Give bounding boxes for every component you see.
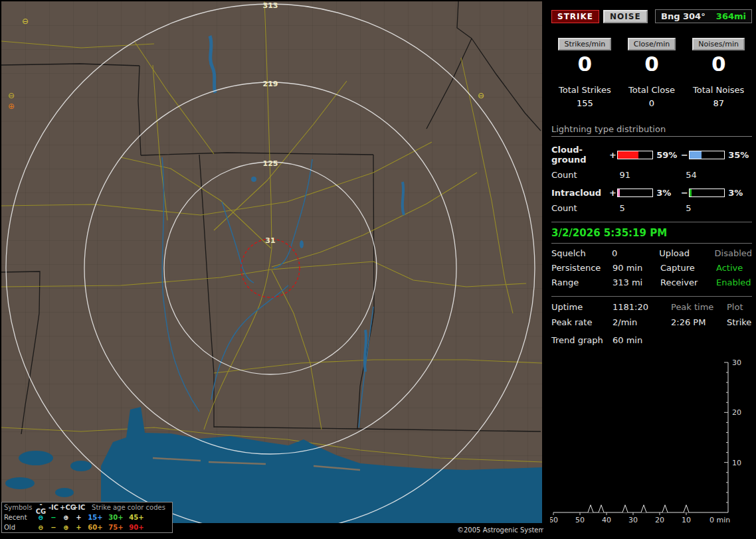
- status-panel: STRIKE NOISE Bng 304° 364mi Strikes/min …: [543, 0, 756, 539]
- map-legend: Symbols -CG -IC +CG +IC Strike age color…: [1, 502, 173, 533]
- svg-text:10: 10: [732, 459, 741, 467]
- peak-rate-label: Peak rate: [551, 317, 613, 327]
- ic-negative-bar: [689, 189, 725, 197]
- count-label: Count: [551, 203, 620, 213]
- trend-dynamic-elements: 6050403020100 min102030: [550, 358, 741, 524]
- separator: [551, 296, 752, 297]
- distribution-title: Lightning type distribution: [551, 124, 752, 137]
- cloud-ground-count-row: Count 91 54: [551, 170, 752, 180]
- intracloud-row: Intracloud + 3% − 3%: [551, 188, 752, 198]
- capture-label: Capture: [660, 263, 716, 273]
- old-pos-ic-icon: +: [72, 524, 85, 531]
- noises-per-min-column: Noises/min 0 Total Noises 87: [685, 38, 752, 108]
- legend-header-row: Symbols -CG -IC +CG +IC Strike age color…: [2, 502, 172, 512]
- ic-negative-bar-fill: [690, 189, 692, 196]
- strike-symbol-icon: ⊖: [22, 17, 29, 26]
- persistence-row: Persistence 90 min Capture Active: [551, 263, 752, 273]
- stats-grid: Uptime 1181:20 Peak time Plot Peak rate …: [551, 302, 752, 345]
- noises-per-min-value: 0: [685, 52, 752, 76]
- squelch-row: Squelch 0 Upload Disabled: [551, 248, 752, 258]
- ic-positive-bar: [617, 189, 653, 197]
- age-45: 45+: [126, 514, 147, 521]
- age-30: 30+: [106, 514, 126, 521]
- recent-neg-ic-icon: −: [47, 514, 60, 521]
- range-row: Range 313 mi Receiver Enabled: [551, 277, 752, 287]
- total-close-label: Total Close: [618, 85, 686, 95]
- svg-text:20: 20: [732, 408, 741, 417]
- svg-text:50: 50: [575, 516, 585, 524]
- trend-graph-row: Trend graph 60 min: [551, 335, 752, 345]
- uptime-row: Uptime 1181:20 Peak time Plot: [551, 302, 752, 312]
- count-label: Count: [551, 170, 620, 180]
- peak-time-value: 2:26 PM: [671, 317, 727, 327]
- total-close-value: 0: [618, 98, 686, 108]
- ring-label-219: 219: [263, 80, 278, 88]
- plot-value: Strike: [727, 317, 752, 327]
- bearing-label: Bng 304°: [661, 11, 706, 21]
- recent-pos-ic-icon: +: [72, 514, 85, 521]
- plot-header: Plot: [727, 302, 752, 312]
- receiver-label: Receiver: [660, 277, 716, 287]
- cg-positive-pct: 59%: [653, 150, 680, 160]
- bearing-value: 364mi: [716, 11, 746, 21]
- range-label: Range: [551, 277, 613, 287]
- svg-text:30: 30: [732, 358, 741, 367]
- svg-text:0 min: 0 min: [709, 516, 730, 524]
- trend-graph-value: 60 min: [613, 335, 671, 345]
- strikes-per-min-button[interactable]: Strikes/min: [558, 38, 611, 50]
- cloud-ground-label: Cloud-ground: [551, 145, 609, 165]
- lightning-map[interactable]: 313 219 125 31 ⊖ ⊖ ⊕ ⊖ Symbols -CG -IC +…: [0, 0, 543, 539]
- squelch-label: Squelch: [551, 248, 612, 258]
- recent-pos-cg-icon: ⊕: [60, 514, 72, 521]
- close-per-min-button[interactable]: Close/min: [628, 38, 676, 50]
- cg-positive-count: 91: [620, 170, 686, 180]
- old-neg-ic-icon: −: [47, 524, 60, 531]
- bearing-display: Bng 304° 364mi: [655, 9, 752, 23]
- cg-positive-bar-fill: [618, 151, 638, 159]
- separator: [551, 243, 752, 244]
- legend-age-header: Strike age color codes: [85, 504, 172, 511]
- datetime-display: 3/2/2026 5:35:19 PM: [551, 222, 752, 243]
- capture-status: Active: [716, 263, 752, 273]
- cg-negative-bar-fill: [690, 151, 702, 159]
- copyright-text: ©2005 Astrogenic Systems: [457, 526, 548, 534]
- cloud-ground-row: Cloud-ground + 59% − 35%: [551, 145, 752, 165]
- svg-text:60: 60: [550, 516, 558, 524]
- ring-label-313: 313: [263, 1, 278, 10]
- trend-chart-canvas: 6050403020100 min102030: [550, 356, 751, 526]
- cg-negative-count: 54: [686, 170, 752, 180]
- strike-button[interactable]: STRIKE: [551, 10, 599, 23]
- persistence-value: 90 min: [613, 263, 660, 273]
- rate-counters: Strikes/min 0 Total Strikes 155 Close/mi…: [551, 38, 752, 108]
- cg-positive-bar: [617, 151, 653, 159]
- ic-positive-count: 5: [620, 203, 686, 213]
- peak-rate-value: 2/min: [613, 317, 671, 327]
- age-60: 60+: [85, 524, 106, 531]
- minus-sign: −: [680, 188, 689, 198]
- recent-neg-cg-icon: ⊖: [35, 514, 47, 521]
- legend-recent-row: Recent ⊖ − ⊕ + 15+ 30+ 45+: [2, 512, 172, 522]
- legend-recent-label: Recent: [2, 514, 35, 521]
- upload-label: Upload: [659, 248, 714, 258]
- noise-button[interactable]: NOISE: [603, 10, 648, 23]
- ic-positive-pct: 3%: [653, 188, 680, 198]
- ring-label-31: 31: [265, 236, 275, 245]
- legend-symbols-header: Symbols: [2, 504, 35, 511]
- ic-negative-count: 5: [686, 203, 752, 213]
- noises-per-min-button[interactable]: Noises/min: [692, 38, 745, 50]
- upload-status: Disabled: [715, 248, 752, 258]
- strike-symbol-icon: ⊕: [8, 102, 15, 111]
- uptime-label: Uptime: [551, 302, 613, 312]
- minus-sign: −: [680, 150, 689, 160]
- stormvue-app: 313 219 125 31 ⊖ ⊖ ⊕ ⊖ Symbols -CG -IC +…: [0, 0, 756, 539]
- svg-text:20: 20: [655, 516, 664, 524]
- total-noises-label: Total Noises: [685, 85, 752, 95]
- age-90: 90+: [126, 524, 147, 531]
- legend-old-row: Old ⊖ − ⊕ + 60+ 75+ 90+: [2, 522, 172, 532]
- ic-negative-pct: 3%: [725, 188, 752, 198]
- persistence-label: Persistence: [551, 263, 613, 273]
- ring-label-125: 125: [263, 159, 278, 168]
- peak-rate-row: Peak rate 2/min 2:26 PM Strike: [551, 317, 752, 327]
- total-strikes-value: 155: [551, 98, 618, 108]
- receiver-status: Enabled: [716, 277, 752, 287]
